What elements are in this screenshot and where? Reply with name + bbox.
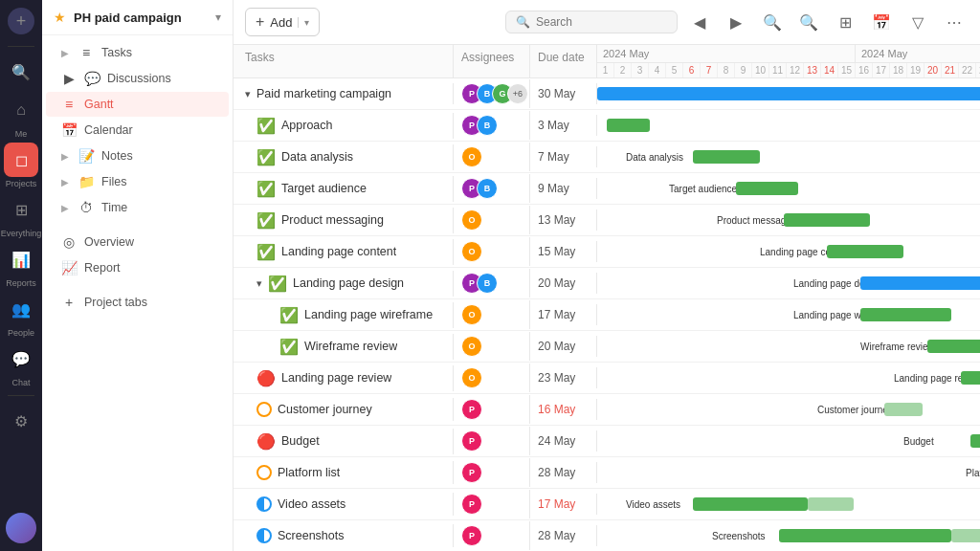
nav-item-time[interactable]: ▶ ⏱ Time xyxy=(46,195,229,220)
task-cell: ✅ Landing page wireframe xyxy=(234,302,454,328)
date-cell: 20 May xyxy=(530,336,597,357)
nav-item-calendar[interactable]: 📅 Calendar xyxy=(46,118,229,143)
sidebar-item-everything[interactable]: ⊞ Everything xyxy=(1,192,42,238)
expand-chevron-icon[interactable]: ▾ xyxy=(256,277,262,290)
status-done-icon: ✅ xyxy=(268,275,287,293)
task-label: Video assets xyxy=(278,497,345,511)
more-options-button[interactable]: ⋯ xyxy=(940,8,969,36)
gantt-row[interactable]: ✅ Data analysis O 7 May Data analysis xyxy=(234,142,980,173)
files-icon: 📁 xyxy=(78,174,94,189)
bar-label: Platform list xyxy=(966,468,980,478)
user-avatar[interactable] xyxy=(6,513,36,543)
status-done-icon: ✅ xyxy=(256,211,276,230)
assignee-cell: O xyxy=(454,237,530,266)
calendar-button[interactable]: 📅 xyxy=(867,8,896,36)
gantt-row[interactable]: ✅ Landing page wireframe O 17 May Landin… xyxy=(234,299,980,331)
task-label: Landing page design xyxy=(293,276,404,290)
timeline-cell: Data analysis xyxy=(597,142,980,172)
sidebar-item-people[interactable]: 👥 People xyxy=(4,292,38,338)
nav-item-notes[interactable]: ▶ 📝 Notes xyxy=(46,143,229,168)
gantt-row[interactable]: Screenshots P 28 May Screenshots xyxy=(234,520,980,551)
nav-prev-button[interactable]: ◀ xyxy=(685,8,714,36)
nav-item-overview[interactable]: ◎ Overview xyxy=(46,230,229,254)
nav-item-gantt[interactable]: ≡ Gantt xyxy=(46,92,229,117)
main-content: + Add ▾ 🔍 ◀ ▶ 🔍 🔍 ⊞ 📅 ▽ ⋯ Tasks Assignee… xyxy=(234,0,980,551)
add-button[interactable]: + Add ▾ xyxy=(245,8,320,36)
sidebar-item-chat[interactable]: 💬 Chat xyxy=(4,342,38,387)
nav-chevron-icon[interactable]: ▾ xyxy=(215,11,221,24)
gantt-row[interactable]: Platform list P 28 May Platform list xyxy=(234,457,980,489)
gantt-row[interactable]: ✅ Target audience PB 9 May Target audien… xyxy=(234,173,980,205)
avatar-0: P xyxy=(461,525,482,546)
task-label: Customer journey xyxy=(278,403,372,416)
search-input[interactable] xyxy=(536,15,667,29)
task-label: Approach xyxy=(281,119,333,132)
gantt-row[interactable]: ✅ Landing page content O 15 May Landing … xyxy=(234,236,980,268)
chat-icon: 💬 xyxy=(4,342,38,376)
day-cell-12: 12 xyxy=(787,63,804,77)
reports-icon: 📊 xyxy=(4,242,38,276)
sidebar-item-reports[interactable]: 📊 Reports xyxy=(4,242,38,288)
avatar-0: O xyxy=(461,209,482,231)
date-cell: 7 May xyxy=(530,146,597,167)
task-cell: Video assets xyxy=(234,493,454,516)
gantt-row[interactable]: ✅ Wireframe review O 20 May Wireframe re… xyxy=(234,331,980,363)
sidebar-item-me[interactable]: ⌂ Me xyxy=(4,93,38,139)
status-done-icon: ✅ xyxy=(256,117,276,135)
task-cell: Customer journey xyxy=(234,398,454,421)
task-label: Landing page wireframe xyxy=(304,308,433,321)
gantt-row[interactable]: ▾✅ Landing page design PB 20 May Landing… xyxy=(234,268,980,299)
gantt-row[interactable]: ✅ Approach PB 3 May xyxy=(234,110,980,142)
add-dropdown-icon[interactable]: ▾ xyxy=(298,17,309,28)
settings-icon[interactable]: ⚙ xyxy=(4,404,38,438)
gantt-row[interactable]: Video assets P 17 May Video assets xyxy=(234,489,980,520)
status-done-icon: ✅ xyxy=(256,243,276,261)
avatar-0: O xyxy=(461,336,482,357)
nav-item-report[interactable]: 📈 Report xyxy=(46,255,229,280)
zoom-out-button[interactable]: 🔍 xyxy=(758,8,787,36)
gantt-row[interactable]: ✅ Product messaging O 13 May Product mes… xyxy=(234,205,980,236)
files-label: Files xyxy=(101,175,126,188)
day-cell-8: 8 xyxy=(718,63,735,77)
gantt-bar xyxy=(597,87,980,100)
gantt-row[interactable]: 🔴 Landing page review O 23 May Landing p… xyxy=(234,363,980,394)
timeline-cell: Budget xyxy=(597,426,980,456)
bar-label: Target audience xyxy=(669,184,737,194)
gantt-bar xyxy=(860,276,980,290)
timeline-cell xyxy=(597,110,980,141)
discussions-label: Discussions xyxy=(107,72,171,85)
gantt-row[interactable]: ▾ Paid marketing campaign PBG+6 30 May xyxy=(234,78,980,110)
search-box[interactable]: 🔍 xyxy=(505,11,678,33)
bar-label: Budget xyxy=(903,436,934,447)
timeline-cell: Screenshots xyxy=(597,520,980,551)
sidebar-item-search[interactable]: 🔍 xyxy=(4,55,38,89)
gantt-row[interactable]: 🔴 Budget P 24 May Budget xyxy=(234,426,980,457)
status-pending-icon xyxy=(256,465,272,480)
global-add-button[interactable]: + xyxy=(8,8,34,34)
filter-button[interactable]: ▽ xyxy=(903,8,932,36)
nav-item-project-tabs[interactable]: + Project tabs xyxy=(46,290,229,315)
nav-item-files[interactable]: ▶ 📁 Files xyxy=(46,169,229,194)
notes-expand-icon: ▶ xyxy=(61,151,69,162)
date-cell: 23 May xyxy=(530,367,597,388)
nav-item-tasks[interactable]: ▶ ≡ Tasks xyxy=(46,40,229,65)
day-cell-21: 21 xyxy=(942,63,959,77)
nav-next-button[interactable]: ▶ xyxy=(722,8,750,36)
date-cell: 17 May xyxy=(530,494,597,515)
assignee-cell: O xyxy=(454,332,530,361)
date-cell: 28 May xyxy=(530,462,597,483)
task-cell: ✅ Target audience xyxy=(234,176,454,202)
expand-chevron-icon[interactable]: ▾ xyxy=(245,88,251,100)
gantt-row[interactable]: Customer journey P 16 May Customer journ… xyxy=(234,394,980,426)
status-done-icon: ✅ xyxy=(256,180,276,198)
sidebar-item-projects[interactable]: ◻ Projects xyxy=(4,143,38,188)
zoom-in-button[interactable]: 🔍 xyxy=(794,8,823,36)
nav-sidebar: ★ PH paid campaign ▾ ▶ ≡ Tasks ▶ 💬 Discu… xyxy=(42,0,234,551)
project-title: PH paid campaign xyxy=(74,11,208,25)
status-done-icon: ✅ xyxy=(256,148,276,166)
star-icon[interactable]: ★ xyxy=(54,10,66,25)
day-cell-14: 14 xyxy=(821,63,838,77)
project-tabs-label: Project tabs xyxy=(84,296,147,309)
nav-item-discussions[interactable]: ▶ 💬 Discussions xyxy=(46,66,229,91)
grid-button[interactable]: ⊞ xyxy=(831,8,859,36)
